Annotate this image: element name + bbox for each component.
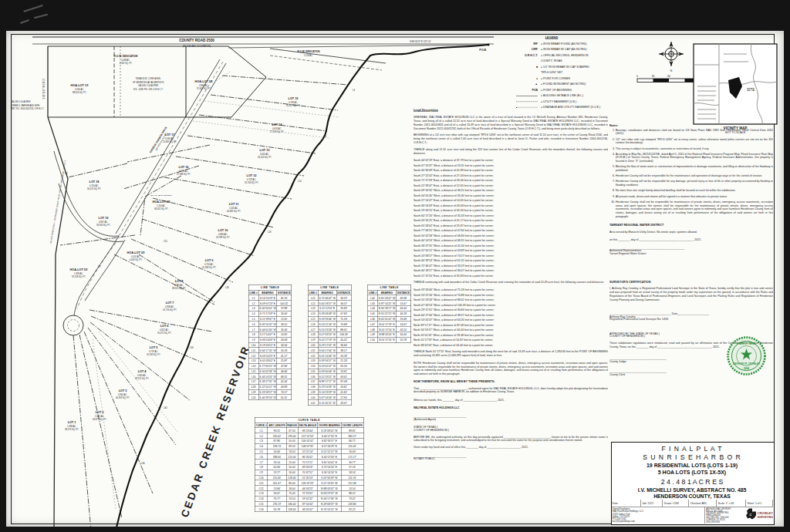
notary-caption: NOTARY PUBLIC [414,457,608,460]
legend-entry: IRF= IRON REBAR FOUND (AS NOTED) [509,41,663,47]
svg-text:0.847 AC.: 0.847 AC. [99,221,108,224]
svg-text:39,215 SQ. FT.: 39,215 SQ. FT. [135,377,149,380]
plat-sheet-page: COUNTY ROAD 2530 (BY USE AND OCCUPATION)… [0,0,790,532]
svg-text:LOT 8: LOT 8 [175,280,184,283]
lot-label: LOT 90.720 AC.31,368 SQ. FT. [202,259,216,269]
row-dedication-title: R.O.W. DEDICATION [114,55,138,58]
crowley-surveying-logo: C CROWLEY SURVEYING [744,508,773,524]
svg-text:27,588 SQ. FT.: 27,588 SQ. FT. [177,173,191,176]
svg-text:0.958 AC.: 0.958 AC. [165,305,174,308]
legend-symbol-icon: ■ [509,66,541,69]
dedication-paragraph: That, _______________________________, a… [414,386,608,394]
svg-text:0.633 AC.: 0.633 AC. [179,170,188,173]
title-block-meta-cell: Job: 2122 [641,500,663,507]
lot-label: LOT 160.633 AC.27,588 SQ. FT. [177,166,191,176]
table-row: L44N 56°18'17" W44.44' [368,305,411,311]
segment-marker-label: L26 [225,286,229,289]
table-row: L5S 22°39'47" E12.65' [248,316,292,322]
svg-text:OF SEVENTH DAY ADVENTISTS: OF SEVENTH DAY ADVENTISTS [133,81,164,84]
table-row: L32S 41°14'46" W26.28' [308,353,351,359]
lot-label: LOT 120.729 AC.31,744 SQ. FT. [245,174,258,184]
svg-text:STATE OF TEXAS: STATE OF TEXAS [737,342,756,345]
svg-text:LOT 7: LOT 7 [166,301,174,305]
svg-text:LOT 11: LOT 11 [229,203,239,206]
line-table-2: LINE TABLELINE #BEARINGDISTANCEL21S 72°4… [308,285,351,406]
title-block-meta-cell: Scale: 1" = 60' [717,500,746,507]
segment-marker-label: L33 [190,346,194,349]
data-table: CURVE TABLECURVE #ARC LENGTHRADIUSDELTA … [255,417,363,512]
table-row: L33S 39°56'57" W21.28' [308,358,351,363]
notes-heading: Notes: [609,123,773,127]
segment-marker-label: L19 [268,231,272,234]
table-row: C1694.78'118.00'46°01'02"N 70°10'15" W92… [255,507,363,512]
row-dedication-area: 0.158 AC. [304,54,313,57]
svg-text:0.729 AC.: 0.729 AC. [247,178,256,181]
table-row: L29S 02°17'19" W45.42' [308,337,351,342]
title-block-meta-cell: Drawn: CDW [663,500,689,507]
svg-text:C: C [750,513,752,517]
pob-label: P.O.B. [479,49,487,52]
table-row: L19S 23°58'57" W74.57' [248,389,292,395]
svg-text:LOT 3: LOT 3 [119,389,127,392]
curve-table: CURVE TABLECURVE #ARC LENGTHRADIUSDELTA … [255,417,386,514]
table-row: L43S 87°14'25" W13.47' [368,301,411,306]
line-table-3: LINE TABLELINE #BEARINGDISTANCEL42S 61°2… [367,285,410,406]
svg-text:43,677 SQ. FT.: 43,677 SQ. FT. [93,418,106,421]
svg-text:27,205 SQ. FT.: 27,205 SQ. FT. [270,130,284,133]
legend-entry: POB= POINT OF BEGINNING [509,87,663,93]
svg-text:1.358 AC.: 1.358 AC. [74,272,83,275]
table-row: C15276.19'180.00'87°54'34"N 49°08'37" W2… [255,501,363,507]
table-row: L47N 01°17'59" E54.67' [368,322,411,327]
county-of-henderson-line: COUNTY OF HENDERSON ) [414,428,608,431]
line-tables: LINE TABLELINE #BEARINGDISTANCEL1S 14°10… [248,285,412,414]
trwd-date-line: on this ________ day of ________________… [609,237,773,241]
svg-text:LOT 9: LOT 9 [205,259,214,262]
legal-paragraph: THENCE along said 11.52 acre tract and a… [414,147,608,155]
lot-label: LOT 100.684 AC.29,789 SQ. FT. [216,229,230,239]
note-item: Henderson County will not be responsible… [616,174,773,178]
legend-entry-text: = IRON REBAR FOUND (AS NOTED) [541,42,586,45]
legend-symbol-icon: ▲ [509,82,541,86]
legend-entry: = BUILDING SETBACK LINE (B.L.) [509,93,663,99]
lot-label: LOT 130.600 AC.26,154 SQ. FT. [258,149,272,159]
lot-label: LOT 50.719 AC.31,333 SQ. FT. [147,346,160,356]
svg-text:LOT 2: LOT 2 [96,411,104,414]
segment-marker-label: L14 [298,180,302,183]
plat-type-title: F I N A L P L A T [611,445,773,453]
svg-text:LOT 6: LOT 6 [160,325,169,328]
svg-text:38,515 SQ. FT.: 38,515 SQ. FT. [172,287,186,290]
adjacent-parcel-label: TEXAS N.W. CONF. ASSN. OF SEVENTH DAY AD… [133,77,164,91]
table-row: L15S 50°02'58" W46.84' [248,369,292,374]
county-road-sublabel: (BY USE AND OCCUPATION) [183,45,211,48]
svg-text:0.884 AC.: 0.884 AC. [174,284,184,287]
table-row: C387.86'50.00'100°41'02"S 82°30'57" E84.… [255,438,363,443]
row-dedication-area: 0.098 AC. [121,59,130,62]
vicinity-site-label: SITE [747,88,755,92]
table-row: C2535.62'195.00'157°22'53"S 44°17'53" E3… [255,433,363,439]
segment-marker-label: C7 [98,265,101,268]
svg-text:TEXAS N.W. CONF. ASSN.: TEXAS N.W. CONF. ASSN. [136,77,161,80]
witness-line: Witness our hands, this ________ day of … [414,398,608,402]
svg-text:LOT 12: LOT 12 [247,174,257,177]
subdivision-name: S U N R I S E H A R B O R [611,453,773,461]
svg-text:1.026 AC.: 1.026 AC. [229,207,238,210]
svg-text:40,959 SQ. FT.: 40,959 SQ. FT. [116,396,130,399]
segment-marker-label: L40 [164,406,167,409]
data-table: LINE TABLELINE #BEARINGDISTANCEL1S 14°10… [248,285,292,400]
svg-text:32,637 SQ. FT.: 32,637 SQ. FT. [286,104,300,107]
trwd-signature-caption-2: Tarrant Regional Water District [609,252,773,255]
lot-label: LOT 30.940 AC.40,959 SQ. FT. [116,389,130,399]
surveyor-seal: STATE OF TEXAS ANTHONY R. CROWLEY 5494 [725,335,768,377]
legend-entry: O.R.H.C.T.= OFFICIAL RECORDS, HENDERSON [509,52,663,59]
svg-text:0: 0 [636,75,638,78]
legend-entry-text: = POINT FOR CORNER [541,77,570,80]
acreage-line: 2 4 . 4 8 1 A C R E S [611,478,773,486]
metes-and-bounds-calls: South 44°07'29" East, a distance of 37.7… [414,158,608,278]
svg-text:LOT 16: LOT 16 [179,166,189,169]
table-row: C10115.63'128.40'51°35'53"S 23°56'39" W1… [255,475,363,480]
svg-text:1.110 AC.: 1.110 AC. [157,204,166,207]
table-row: L49N 88°42'05" E34.44' [368,332,411,337]
lot-label: LOT 80.884 AC.38,515 SQ. FT. [172,280,186,290]
legend-entry-text: = BUILDING SETBACK LINE (B.L.) [541,94,583,97]
title-block-lower: Date:Job: 2122Drawn: CDWChecked: ARCScal… [611,500,773,524]
